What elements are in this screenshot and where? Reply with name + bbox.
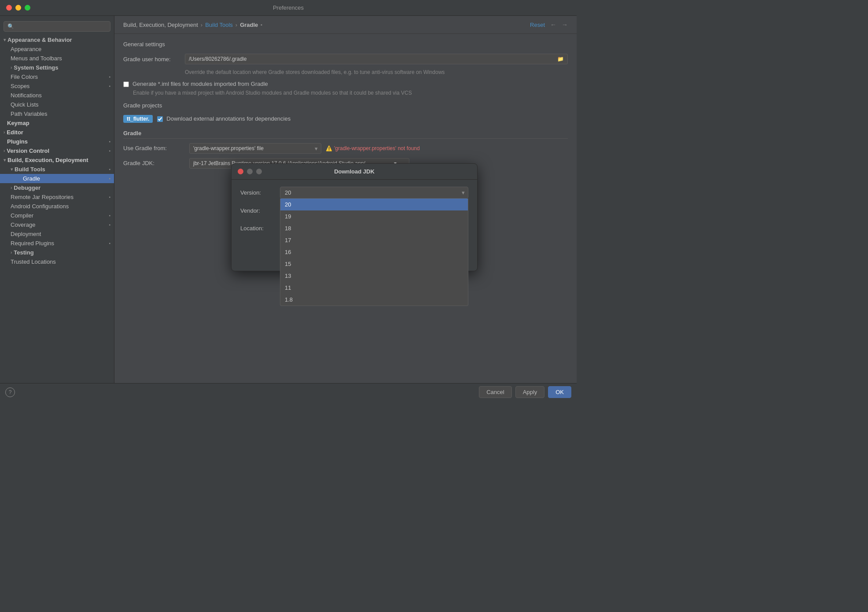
sidebar-label: Path Variables [11, 111, 48, 117]
generate-iml-checkbox[interactable] [123, 81, 129, 87]
chevron-down-icon: ▾ [11, 167, 13, 172]
version-option-11[interactable]: 11 [280, 282, 468, 294]
maximize-button[interactable] [25, 5, 30, 11]
version-label: Version: [240, 189, 276, 196]
sidebar-item-appearance-behavior[interactable]: ▾ Appearance & Behavior [0, 35, 114, 44]
sidebar-item-version-control[interactable]: › Version Control ▪ [0, 146, 114, 155]
error-text: 'gradle-wrapper.properties' not found [334, 145, 420, 151]
sidebar-item-menus-toolbars[interactable]: Menus and Toolbars [0, 54, 114, 63]
sidebar-label: Debugger [14, 184, 40, 191]
sidebar-item-build-execution-deployment[interactable]: ▾ Build, Execution, Deployment [0, 155, 114, 165]
gradle-user-home-input[interactable]: /Users/80262786/.gradle 📁 [185, 54, 568, 64]
forward-arrow[interactable]: → [562, 21, 568, 28]
version-option-17[interactable]: 17 [280, 234, 468, 246]
version-select[interactable]: 20 [280, 187, 468, 199]
download-annotations-checkbox[interactable] [157, 116, 163, 122]
window-controls [6, 5, 30, 11]
version-option-13[interactable]: 13 [280, 270, 468, 282]
sidebar-label: Keymap [7, 120, 29, 126]
version-option-16[interactable]: 16 [280, 246, 468, 258]
sidebar-item-file-colors[interactable]: File Colors ▪ [0, 72, 114, 81]
dialog-close-button[interactable] [238, 169, 243, 174]
sidebar-label: Deployment [11, 231, 41, 237]
sidebar-label: Appearance & Behavior [7, 37, 72, 43]
version-option-20[interactable]: 20 [280, 199, 468, 210]
breadcrumb-part-2[interactable]: Build Tools [205, 22, 233, 28]
use-gradle-row: Use Gradle from: 'gradle-wrapper.propert… [123, 143, 568, 154]
chevron-right-icon: › [11, 250, 12, 255]
sidebar-label: Build, Execution, Deployment [7, 157, 88, 163]
titlebar: Preferences [0, 0, 577, 16]
version-option-15[interactable]: 15 [280, 258, 468, 270]
sidebar-label: Menus and Toolbars [11, 55, 62, 62]
sidebar-item-editor[interactable]: › Editor [0, 128, 114, 137]
version-option-1-8[interactable]: 1.8 [280, 294, 468, 306]
sidebar-item-deployment[interactable]: Deployment [0, 229, 114, 239]
sidebar-item-path-variables[interactable]: Path Variables [0, 109, 114, 118]
generate-iml-hint: Enable if you have a mixed project with … [133, 90, 568, 96]
sidebar-label: Coverage [11, 221, 35, 228]
reset-button[interactable]: Reset [530, 22, 545, 28]
apply-button[interactable]: Apply [515, 386, 545, 398]
sidebar-item-keymap[interactable]: Keymap [0, 118, 114, 128]
sidebar-item-android-configurations[interactable]: Android Configurations [0, 202, 114, 211]
cancel-button[interactable]: Cancel [479, 386, 511, 398]
sidebar-label: Trusted Locations [11, 258, 56, 265]
gradle-error-message: ⚠️ 'gradle-wrapper.properties' not found [326, 145, 420, 151]
project-tag[interactable]: tt_flutter. [123, 115, 153, 123]
close-button[interactable] [6, 5, 12, 11]
sidebar-label: Required Plugins [11, 240, 54, 247]
search-box[interactable]: 🔍 [4, 21, 110, 32]
dialog-min-button[interactable] [247, 169, 253, 174]
sidebar-label: File Colors [11, 74, 38, 80]
sidebar-item-trusted-locations[interactable]: Trusted Locations [0, 257, 114, 266]
sidebar-item-build-tools[interactable]: ▾ Build Tools ▪ [0, 165, 114, 174]
download-annotations-row: Download external annotations for depend… [157, 115, 291, 122]
sidebar: 🔍 ▾ Appearance & Behavior Appearance Men… [0, 16, 114, 383]
dialog-max-button[interactable] [256, 169, 262, 174]
sidebar-item-system-settings[interactable]: › System Settings [0, 63, 114, 72]
chevron-right-icon: › [11, 65, 12, 70]
use-gradle-select[interactable]: 'gradle-wrapper.properties' file [189, 143, 321, 154]
dialog-window-controls [238, 169, 262, 174]
sidebar-item-gradle[interactable]: Gradle ▪ [0, 174, 114, 183]
settings-icon: ▪ [109, 241, 110, 246]
breadcrumb-part-3: Gradle [240, 22, 258, 28]
sidebar-item-quick-lists[interactable]: Quick Lists [0, 100, 114, 109]
location-label: Location: [240, 225, 276, 232]
main-layout: 🔍 ▾ Appearance & Behavior Appearance Men… [0, 16, 577, 383]
sidebar-item-appearance[interactable]: Appearance [0, 44, 114, 54]
search-input[interactable] [17, 23, 107, 29]
breadcrumb: Build, Execution, Deployment › Build Too… [114, 16, 577, 34]
sidebar-item-notifications[interactable]: Notifications [0, 91, 114, 100]
sidebar-item-required-plugins[interactable]: Required Plugins ▪ [0, 239, 114, 248]
chevron-down-icon: ▾ [4, 158, 6, 162]
settings-icon: ▪ [109, 74, 110, 79]
ok-button[interactable]: OK [548, 386, 571, 398]
vendor-label: Vendor: [240, 207, 276, 214]
sidebar-item-coverage[interactable]: Coverage ▪ [0, 220, 114, 229]
breadcrumb-right: Reset ← → [530, 21, 568, 28]
sidebar-label: Android Configurations [11, 203, 69, 210]
help-button[interactable]: ? [5, 387, 15, 397]
minimize-button[interactable] [15, 5, 21, 11]
sidebar-item-scopes[interactable]: Scopes ▪ [0, 81, 114, 91]
download-annotations-label[interactable]: Download external annotations for depend… [166, 115, 291, 122]
generate-iml-label[interactable]: Generate *.iml files for modules importe… [132, 81, 268, 87]
bottom-buttons: Cancel Apply OK [479, 386, 571, 398]
search-icon: 🔍 [7, 23, 14, 29]
sidebar-label: Testing [14, 249, 33, 256]
sidebar-item-compiler[interactable]: Compiler ▪ [0, 211, 114, 220]
generate-iml-row: Generate *.iml files for modules importe… [123, 81, 568, 87]
sidebar-item-plugins[interactable]: Plugins ▪ [0, 137, 114, 146]
general-settings-title: General settings [123, 41, 568, 48]
version-option-19[interactable]: 19 [280, 210, 468, 222]
sidebar-label: Compiler [11, 212, 33, 219]
version-option-18[interactable]: 18 [280, 222, 468, 234]
back-arrow[interactable]: ← [550, 21, 556, 28]
sidebar-label: Build Tools [15, 166, 45, 173]
sidebar-item-debugger[interactable]: › Debugger [0, 183, 114, 192]
sidebar-item-remote-jar-repositories[interactable]: Remote Jar Repositories ▪ [0, 192, 114, 202]
sidebar-item-testing[interactable]: › Testing [0, 248, 114, 257]
gradle-subsection-title: Gradle [123, 130, 568, 139]
